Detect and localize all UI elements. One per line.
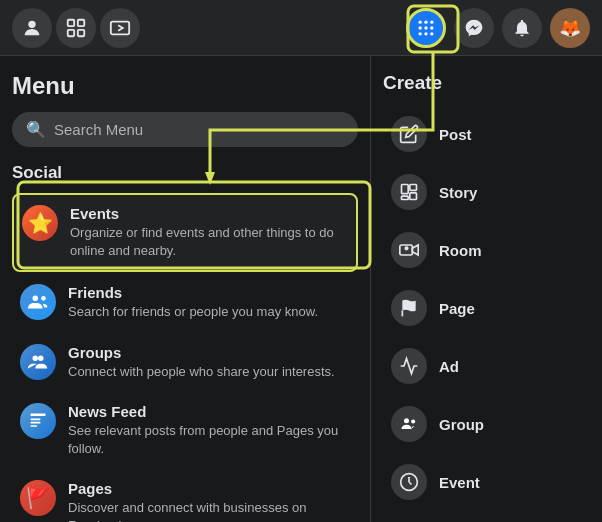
friends-text: Friends Search for friends or people you… [68,284,318,321]
pages-menu-icon: 🚩 [20,480,56,516]
event-label: Event [439,474,480,491]
create-title: Create [383,72,590,94]
nav-left [12,8,140,48]
menu-item-pages[interactable]: 🚩 Pages Discover and connect with busine… [12,470,358,522]
groups-text: Groups Connect with people who share you… [68,344,335,381]
create-room-item[interactable]: Room [383,222,590,278]
events-text: Events Organize or find events and other… [70,205,348,260]
newsfeed-title: News Feed [68,403,350,420]
svg-point-34 [404,418,409,423]
home-icon-btn[interactable] [12,8,52,48]
svg-point-19 [41,296,46,301]
svg-point-0 [28,20,35,27]
svg-point-35 [411,419,415,423]
ad-icon [391,348,427,384]
menu-title: Menu [12,72,358,100]
create-event-item[interactable]: Event [383,454,590,510]
room-icon [391,232,427,268]
svg-marker-31 [412,245,418,255]
svg-rect-4 [78,29,84,35]
svg-point-18 [33,296,39,302]
events-title: Events [70,205,348,222]
svg-point-12 [419,32,422,35]
events-desc: Organize or find events and other things… [70,224,348,260]
ad-label: Ad [439,358,459,375]
friends-title: Friends [68,284,318,301]
friends-icon [20,284,56,320]
event-icon [391,464,427,500]
groups-icon [20,344,56,380]
svg-rect-5 [111,21,129,34]
svg-point-14 [430,32,433,35]
svg-point-8 [430,20,433,23]
svg-point-11 [430,26,433,29]
svg-rect-22 [31,413,46,416]
newsfeed-desc: See relevant posts from people and Pages… [68,422,350,458]
groups-title: Groups [68,344,335,361]
post-icon [391,116,427,152]
svg-point-32 [405,247,408,250]
menu-item-friends[interactable]: Friends Search for friends or people you… [12,274,358,331]
top-nav: 🦊 [0,0,602,56]
main-content: Menu 🔍 Social ⭐ Events Organize or find … [0,56,602,522]
menu-item-groups[interactable]: Groups Connect with people who share you… [12,334,358,391]
search-input[interactable] [54,121,344,138]
pages-text: Pages Discover and connect with business… [68,480,350,522]
story-label: Story [439,184,477,201]
group-icon [391,406,427,442]
groups-desc: Connect with people who share your inter… [68,363,335,381]
create-post-item[interactable]: Post [383,106,590,162]
page-label: Page [439,300,475,317]
svg-rect-24 [31,422,41,424]
watch-icon-btn[interactable] [100,8,140,48]
user-avatar[interactable]: 🦊 [550,8,590,48]
create-group-item[interactable]: Group [383,396,590,452]
friends-desc: Search for friends or people you may kno… [68,303,318,321]
svg-point-9 [419,26,422,29]
svg-rect-23 [31,418,41,420]
pages-title: Pages [68,480,350,497]
left-panel: Menu 🔍 Social ⭐ Events Organize or find … [0,56,370,522]
svg-line-38 [409,482,412,485]
svg-rect-1 [68,19,74,25]
notifications-icon-btn[interactable] [502,8,542,48]
svg-rect-29 [402,196,409,199]
post-label: Post [439,126,472,143]
svg-point-13 [424,32,427,35]
svg-rect-28 [410,193,417,200]
create-ad-item[interactable]: Ad [383,338,590,394]
svg-rect-3 [68,29,74,35]
svg-rect-2 [78,19,84,25]
svg-rect-27 [410,185,417,191]
messenger-icon-btn[interactable] [454,8,494,48]
create-story-item[interactable]: Story [383,164,590,220]
create-page-item[interactable]: Page [383,280,590,336]
svg-point-21 [38,355,44,361]
svg-point-7 [424,20,427,23]
story-icon [391,174,427,210]
svg-point-20 [33,355,39,361]
svg-point-10 [424,26,427,29]
search-icon: 🔍 [26,120,46,139]
menu-item-events[interactable]: ⭐ Events Organize or find events and oth… [12,193,358,272]
svg-rect-25 [31,425,38,427]
menu-item-newsfeed[interactable]: News Feed See relevant posts from people… [12,393,358,468]
room-label: Room [439,242,482,259]
search-bar[interactable]: 🔍 [12,112,358,147]
right-panel: Create Post Story Room Pa [370,56,602,522]
nav-right: 🦊 [406,8,590,48]
group-label: Group [439,416,484,433]
newsfeed-icon [20,403,56,439]
apps-grid-icon-btn[interactable] [406,8,446,48]
pages-icon-btn[interactable] [56,8,96,48]
svg-rect-26 [402,185,409,194]
newsfeed-text: News Feed See relevant posts from people… [68,403,350,458]
svg-point-6 [419,20,422,23]
page-create-icon [391,290,427,326]
pages-desc: Discover and connect with businesses on … [68,499,350,522]
events-icon: ⭐ [22,205,58,241]
social-section-label: Social [12,163,358,183]
